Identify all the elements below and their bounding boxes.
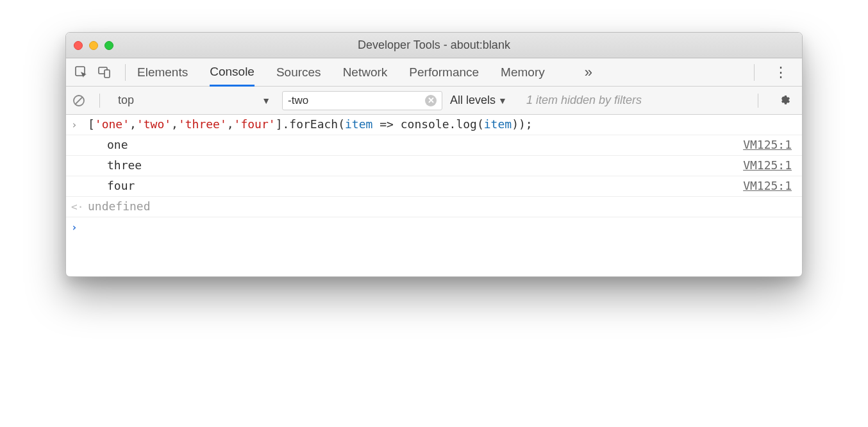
- svg-rect-2: [104, 70, 110, 78]
- return-marker-icon: <·: [71, 199, 88, 213]
- chevron-down-icon: ▼: [262, 96, 271, 106]
- prompt-marker-icon: ›: [71, 220, 88, 233]
- window-traffic-lights: [74, 41, 113, 50]
- levels-label: All levels: [450, 94, 496, 107]
- devtools-tabbar: Elements Console Sources Network Perform…: [66, 58, 802, 87]
- separator: [754, 64, 755, 81]
- devtools-window: Developer Tools - about:blank Elements C…: [65, 32, 803, 277]
- return-value: undefined: [88, 199, 796, 213]
- window-title: Developer Tools - about:blank: [66, 38, 802, 52]
- log-source-link[interactable]: VM125:1: [743, 138, 796, 151]
- console-log-row: oneVM125:1: [66, 135, 802, 156]
- log-message: one: [88, 138, 743, 151]
- filter-value: -two: [288, 94, 308, 107]
- device-toggle-icon[interactable]: [96, 63, 113, 81]
- hidden-by-filters-message: 1 item hidden by filters: [526, 94, 642, 107]
- log-levels-selector[interactable]: All levels ▼: [450, 94, 507, 107]
- separator: [99, 94, 100, 108]
- console-filter-input[interactable]: -two ✕: [282, 91, 442, 110]
- console-log-row: threeVM125:1: [66, 156, 802, 176]
- log-message: three: [88, 158, 743, 172]
- close-window-button[interactable]: [74, 41, 83, 50]
- console-blank-area[interactable]: [66, 238, 802, 276]
- svg-line-4: [76, 97, 83, 104]
- tab-memory[interactable]: Memory: [501, 58, 545, 86]
- console-toolbar: top ▼ -two ✕ All levels ▼ 1 item hidden …: [66, 87, 802, 115]
- console-return-row: <· undefined: [66, 197, 802, 217]
- console-code: ['one','two','three','four'].forEach(ite…: [88, 117, 796, 131]
- window-titlebar: Developer Tools - about:blank: [66, 33, 802, 58]
- separator: [758, 94, 758, 108]
- tab-console[interactable]: Console: [210, 59, 255, 87]
- execution-context-selector[interactable]: top ▼: [114, 92, 274, 108]
- tab-sources[interactable]: Sources: [276, 58, 321, 86]
- maximize-window-button[interactable]: [104, 41, 113, 50]
- tabs-container: Elements Console Sources Network Perform…: [137, 58, 592, 86]
- log-source-link[interactable]: VM125:1: [743, 179, 796, 192]
- console-input-echo: › ['one','two','three','four'].forEach(i…: [66, 115, 802, 135]
- log-source-link[interactable]: VM125:1: [743, 158, 796, 172]
- clear-filter-icon[interactable]: ✕: [425, 95, 437, 106]
- input-marker-icon: ›: [71, 117, 88, 131]
- more-tabs-icon[interactable]: »: [585, 64, 592, 81]
- console-output: › ['one','two','three','four'].forEach(i…: [66, 115, 802, 276]
- separator: [125, 64, 126, 81]
- tab-elements[interactable]: Elements: [137, 58, 188, 86]
- log-gutter: [71, 179, 88, 180]
- clear-console-icon[interactable]: [72, 94, 85, 107]
- console-prompt[interactable]: ›: [66, 217, 802, 238]
- minimize-window-button[interactable]: [89, 41, 98, 50]
- tab-performance[interactable]: Performance: [409, 58, 479, 86]
- log-gutter: [71, 158, 88, 160]
- console-settings-icon[interactable]: [772, 92, 796, 108]
- console-log-row: fourVM125:1: [66, 176, 802, 197]
- devtools-menu-icon[interactable]: ⋮: [766, 64, 796, 81]
- inspect-element-icon[interactable]: [72, 63, 90, 81]
- log-gutter: [71, 138, 88, 139]
- tab-network[interactable]: Network: [343, 58, 388, 86]
- log-message: four: [88, 179, 743, 192]
- context-label: top: [118, 94, 134, 107]
- chevron-down-icon: ▼: [498, 96, 507, 106]
